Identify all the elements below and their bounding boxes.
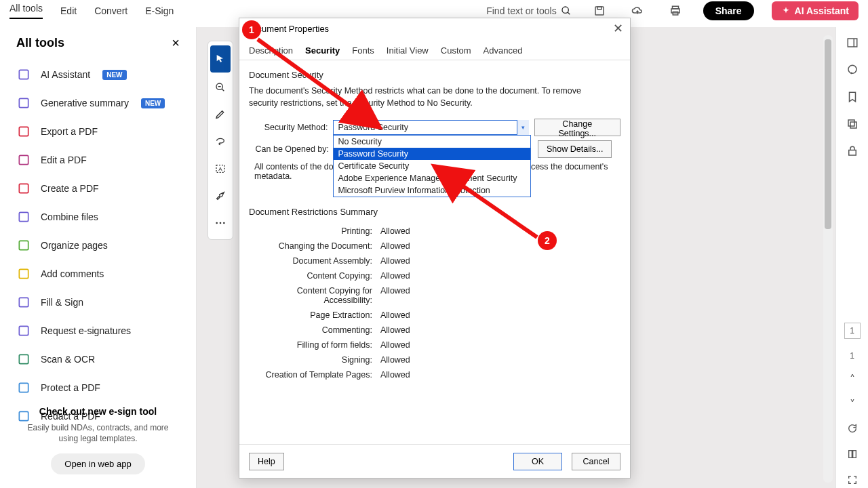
promo-subtitle: Easily build NDAs, contracts, and more u… — [20, 422, 176, 444]
right-rail: 1 1 ˄ ˅ — [835, 27, 868, 488]
tool-icon — [16, 181, 31, 196]
svg-line-1 — [568, 12, 570, 14]
copy-icon[interactable] — [846, 118, 859, 133]
ai-assistant-button[interactable]: AI Assistant — [772, 1, 859, 20]
select-tool[interactable] — [210, 45, 231, 73]
zoom-tool[interactable] — [208, 74, 233, 101]
cancel-button[interactable]: Cancel — [572, 453, 620, 470]
tool-item[interactable]: Organize pages — [0, 231, 196, 260]
restriction-row: Changing the Document:Allowed — [249, 239, 620, 253]
menu-convert[interactable]: Convert — [94, 5, 127, 16]
layout-icon[interactable] — [847, 449, 858, 462]
change-settings-button[interactable]: Change Settings... — [534, 119, 620, 136]
new-badge: NEW — [141, 98, 165, 108]
dialog-close-icon[interactable]: ✕ — [613, 21, 623, 36]
restriction-value: Allowed — [380, 370, 410, 380]
menu-all-tools[interactable]: All tools — [9, 3, 43, 19]
sparkle-icon — [781, 6, 791, 16]
search-box[interactable]: Find text or tools — [486, 5, 572, 16]
tool-label: Fill & Sign — [41, 297, 83, 308]
security-option[interactable]: Certificate Security — [334, 160, 530, 172]
bookmark-icon[interactable] — [846, 91, 859, 106]
restriction-key: Content Copying: — [249, 271, 372, 281]
text-select-tool[interactable]: A — [208, 155, 233, 182]
tool-item[interactable]: Create a PDF — [0, 174, 196, 203]
share-button[interactable]: Share — [703, 1, 754, 20]
rotate-icon[interactable] — [847, 423, 858, 436]
tool-label: Organize pages — [41, 240, 108, 251]
dialog-tab[interactable]: Advanced — [482, 43, 524, 60]
menu-edit[interactable]: Edit — [60, 5, 77, 16]
panel-icon[interactable] — [846, 37, 859, 52]
svg-rect-7 — [19, 70, 28, 79]
fullscreen-icon[interactable] — [847, 474, 858, 488]
dialog-tab[interactable]: Initial View — [385, 43, 430, 60]
restriction-key: Document Assembly: — [249, 256, 372, 266]
tool-label: Request e-signatures — [41, 325, 131, 336]
lasso-tool[interactable] — [208, 128, 233, 155]
restriction-row: Printing:Allowed — [249, 224, 620, 239]
more-tools[interactable] — [208, 209, 233, 237]
help-button[interactable]: Help — [249, 453, 284, 470]
dialog-tab[interactable]: Custom — [439, 43, 473, 60]
svg-text:A: A — [218, 166, 222, 172]
tool-label: Create a PDF — [41, 183, 99, 194]
page-number-input[interactable]: 1 — [844, 323, 861, 339]
scroll-up-icon[interactable]: ˄ — [850, 373, 855, 386]
restriction-key: Content Copying for Accessibility: — [249, 286, 372, 305]
restriction-value: Allowed — [380, 340, 410, 350]
security-option[interactable]: Password Security — [334, 148, 530, 160]
dialog-tab[interactable]: Security — [304, 43, 341, 60]
vertical-scrollbar[interactable] — [823, 35, 833, 483]
security-option[interactable]: Microsoft Purview Information Protection — [334, 184, 530, 197]
svg-rect-9 — [19, 127, 28, 136]
tool-icon — [16, 124, 31, 139]
tool-item[interactable]: Export a PDF — [0, 117, 196, 146]
restriction-value: Allowed — [380, 226, 410, 236]
svg-rect-8 — [19, 98, 28, 107]
open-in-web-app-button[interactable]: Open in web app — [51, 453, 144, 474]
tool-item[interactable]: Edit a PDF — [0, 146, 196, 174]
tool-item[interactable]: Fill & Sign — [0, 288, 196, 317]
svg-rect-13 — [19, 241, 28, 249]
close-icon[interactable]: × — [172, 35, 180, 51]
restriction-value: Allowed — [380, 271, 410, 281]
draw-tool[interactable] — [208, 101, 233, 128]
restriction-value: Allowed — [380, 355, 410, 365]
restriction-row: Filling of form fields:Allowed — [249, 338, 620, 352]
svg-line-21 — [222, 89, 224, 91]
tool-item[interactable]: Add comments — [0, 260, 196, 288]
print-icon[interactable] — [665, 1, 686, 21]
scroll-down-icon[interactable]: ˅ — [850, 398, 855, 411]
tool-item[interactable]: Generative summary NEW — [0, 89, 196, 117]
security-method-dropdown[interactable]: Password Security ▾ No SecurityPassword … — [333, 120, 528, 135]
security-option[interactable]: No Security — [334, 136, 530, 148]
restriction-key: Printing: — [249, 226, 372, 236]
menu-esign[interactable]: E-Sign — [145, 5, 174, 16]
annotation-marker-1: 1 — [242, 20, 261, 39]
restriction-row: Signing:Allowed — [249, 352, 620, 367]
restriction-value: Allowed — [380, 241, 410, 251]
restriction-value: Allowed — [380, 286, 410, 305]
ok-button[interactable]: OK — [513, 453, 562, 470]
dialog-footer: Help OK Cancel — [239, 444, 630, 478]
search-icon — [561, 5, 572, 16]
restriction-value: Allowed — [380, 325, 410, 335]
tool-item[interactable]: AI Assistant NEW — [0, 60, 196, 89]
tool-item[interactable]: Protect a PDF — [0, 373, 196, 402]
show-details-button[interactable]: Show Details... — [538, 140, 612, 158]
restriction-key: Creation of Template Pages: — [249, 370, 372, 380]
dialog-tab[interactable]: Description — [248, 43, 294, 60]
tool-item[interactable]: Scan & OCR — [0, 345, 196, 373]
svg-rect-17 — [19, 354, 28, 363]
dialog-tab[interactable]: Fonts — [351, 43, 376, 60]
svg-rect-33 — [848, 150, 856, 156]
highlight-tool[interactable] — [208, 182, 233, 209]
security-method-label: Security Method: — [249, 123, 328, 132]
section-title: Document Security — [249, 70, 620, 80]
tool-item[interactable]: Request e-signatures — [0, 317, 196, 345]
security-option[interactable]: Adobe Experience Manager Document Securi… — [334, 172, 530, 184]
comment-icon[interactable] — [846, 64, 859, 79]
lock-icon[interactable] — [846, 145, 859, 160]
tool-item[interactable]: Combine files — [0, 203, 196, 231]
